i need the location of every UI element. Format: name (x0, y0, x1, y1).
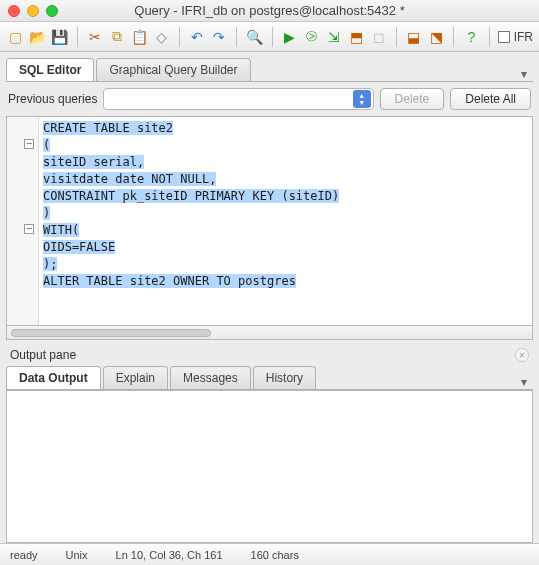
cut-icon[interactable]: ✂ (86, 26, 104, 48)
copy-icon[interactable]: ⧉ (108, 26, 126, 48)
scratchpad-checkbox[interactable] (498, 31, 510, 43)
open-icon[interactable]: 📂 (28, 26, 46, 48)
previous-queries-row: Previous queries ▲▼ Delete Delete All (6, 82, 533, 116)
editor-horizontal-scrollbar[interactable] (6, 326, 533, 340)
fold-toggle-icon[interactable]: − (24, 139, 34, 149)
delete-query-button[interactable]: Delete (380, 88, 445, 110)
undo-icon[interactable]: ↶ (188, 26, 206, 48)
status-ready: ready (10, 549, 38, 561)
cancel-query-icon[interactable]: ◻ (370, 26, 388, 48)
tab-explain[interactable]: Explain (103, 366, 168, 389)
delete-all-queries-button[interactable]: Delete All (450, 88, 531, 110)
traffic-lights (8, 5, 58, 17)
new-file-icon[interactable]: ▢ (6, 26, 24, 48)
data-output-grid (6, 390, 533, 543)
redo-icon[interactable]: ↷ (210, 26, 228, 48)
status-platform: Unix (66, 549, 88, 561)
tab-messages[interactable]: Messages (170, 366, 251, 389)
status-char-count: 160 chars (251, 549, 299, 561)
run-pgscript-icon[interactable]: ⧁ (303, 26, 321, 48)
previous-queries-combo[interactable]: ▲▼ (103, 88, 373, 110)
grid-cells[interactable] (7, 391, 532, 542)
status-cursor-position: Ln 10, Col 36, Ch 161 (116, 549, 223, 561)
editor-tabs-menu[interactable]: ▾ (515, 67, 533, 81)
combo-stepper-icon: ▲▼ (353, 90, 371, 108)
scrollbar-thumb[interactable] (11, 329, 211, 337)
sql-editor[interactable]: − − CREATE TABLE site2 ( siteID serial, … (6, 116, 533, 326)
editor-tabs: SQL Editor Graphical Query Builder ▾ (6, 56, 533, 82)
close-window-button[interactable] (8, 5, 20, 17)
zoom-window-button[interactable] (46, 5, 58, 17)
fold-toggle-icon[interactable]: − (24, 224, 34, 234)
history-icon[interactable]: ⬔ (427, 26, 445, 48)
output-pane-header: Output pane × (6, 346, 533, 364)
previous-queries-label: Previous queries (8, 92, 97, 106)
run-icon[interactable]: ▶ (280, 26, 298, 48)
status-bar: ready Unix Ln 10, Col 36, Ch 161 160 cha… (0, 543, 539, 565)
output-pane-label: Output pane (10, 348, 76, 362)
window-titlebar: Query - IFRI_db on postgres@localhost:54… (0, 0, 539, 22)
output-tabs: Data Output Explain Messages History ▾ (6, 364, 533, 390)
tab-history[interactable]: History (253, 366, 316, 389)
window-title: Query - IFRI_db on postgres@localhost:54… (0, 3, 539, 18)
right-tab-label: IFR (514, 30, 533, 44)
main-toolbar: ▢ 📂 💾 ✂ ⧉ 📋 ◇ ↶ ↷ 🔍 ▶ ⧁ ⇲ ⬒ ◻ ⬓ ⬔ ? IFR (0, 22, 539, 52)
editor-content[interactable]: CREATE TABLE site2 ( siteID serial, visi… (39, 117, 532, 325)
editor-gutter: − − (7, 117, 39, 325)
find-icon[interactable]: 🔍 (245, 26, 263, 48)
explain-analyze-icon[interactable]: ⬒ (347, 26, 365, 48)
clear-icon[interactable]: ◇ (153, 26, 171, 48)
save-icon[interactable]: 💾 (51, 26, 69, 48)
output-tabs-menu[interactable]: ▾ (515, 375, 533, 389)
output-pane-close-icon[interactable]: × (515, 348, 529, 362)
minimize-window-button[interactable] (27, 5, 39, 17)
favorites-icon[interactable]: ⬓ (405, 26, 423, 48)
explain-icon[interactable]: ⇲ (325, 26, 343, 48)
tab-graphical-query-builder[interactable]: Graphical Query Builder (96, 58, 250, 81)
help-icon[interactable]: ? (462, 26, 480, 48)
tab-sql-editor[interactable]: SQL Editor (6, 58, 94, 81)
paste-icon[interactable]: 📋 (130, 26, 148, 48)
tab-data-output[interactable]: Data Output (6, 366, 101, 389)
